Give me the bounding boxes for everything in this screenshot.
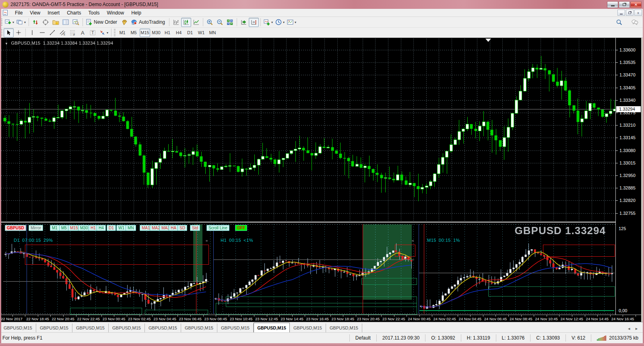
new-chart-button[interactable]: ▾ xyxy=(4,18,15,27)
metaeditor-button[interactable] xyxy=(120,18,130,27)
templates-menu-button[interactable]: ▾ xyxy=(286,18,297,27)
profiles-button[interactable]: ▾ xyxy=(15,18,27,27)
menu-help[interactable]: Help xyxy=(128,9,145,16)
period-m15-button[interactable]: M15 xyxy=(140,29,150,37)
period-d1-button[interactable]: D1 xyxy=(185,29,195,37)
tab-scroll-right-icon[interactable]: ► xyxy=(635,327,638,331)
zoom-out-button[interactable] xyxy=(215,18,225,27)
period-m5-button[interactable]: M5 xyxy=(128,29,139,37)
panel-button-mirror[interactable]: Mirror xyxy=(29,225,43,231)
period-h1-button[interactable]: H1 xyxy=(162,29,173,37)
periods-menu-button[interactable]: ▾ xyxy=(274,18,286,27)
panel-button-std[interactable]: Std xyxy=(190,225,200,231)
navigator-button[interactable] xyxy=(51,18,61,27)
chart-tab[interactable]: GBPUSD,M15 xyxy=(326,323,362,332)
dropdown-arrow-icon[interactable]: ▾ xyxy=(271,21,273,24)
horizontal-line-tool-button[interactable] xyxy=(37,28,47,37)
search-button[interactable] xyxy=(614,18,624,27)
indicators-list-button[interactable]: ▾ xyxy=(262,18,274,27)
panel-button-d1[interactable]: D1 xyxy=(107,225,116,231)
dropdown-arrow-icon[interactable]: ▾ xyxy=(107,31,108,35)
menu-view[interactable]: View xyxy=(26,9,44,16)
period-w1-button[interactable]: W1 xyxy=(196,29,206,37)
community-chat-button[interactable] xyxy=(630,18,640,27)
dropdown-arrow-icon[interactable]: ▾ xyxy=(283,21,285,24)
chart-shift-button[interactable] xyxy=(249,18,259,27)
candlestick-mode-button[interactable] xyxy=(181,18,191,27)
market-watch-button[interactable] xyxy=(31,18,41,27)
child-restore-button[interactable] xyxy=(626,10,634,16)
panel-button-sd[interactable]: SD xyxy=(178,225,187,231)
bar-chart-mode-button[interactable] xyxy=(171,18,181,27)
crosshair-tool-button[interactable] xyxy=(14,28,24,37)
period-mn-button[interactable]: MN xyxy=(207,29,218,37)
main-chart-canvas[interactable] xyxy=(1,39,615,222)
dropdown-arrow-icon[interactable]: ▾ xyxy=(295,21,296,24)
chart-tab[interactable]: GBPUSD,M15 xyxy=(36,323,72,332)
period-m1-button[interactable]: M1 xyxy=(117,29,128,37)
trendline-tool-button[interactable] xyxy=(47,28,58,37)
autoscroll-icon xyxy=(240,19,247,26)
chart-tab[interactable]: GBPUSD,M15 xyxy=(109,323,145,332)
close-button[interactable]: ✕ xyxy=(630,1,642,8)
line-chart-mode-button[interactable] xyxy=(191,18,201,27)
indicator-canvas[interactable] xyxy=(1,223,615,315)
window-splitter[interactable] xyxy=(0,222,641,222)
market-watch-icon xyxy=(32,19,39,26)
menu-window[interactable]: Window xyxy=(103,9,128,16)
strategy-tester-button[interactable] xyxy=(71,18,81,27)
time-label: 24 Nov 08:45 xyxy=(510,317,533,321)
minimize-button[interactable] xyxy=(607,1,618,8)
arrows-tool-button[interactable]: ▾ xyxy=(98,28,109,37)
panel-button-ha[interactable]: HA xyxy=(169,225,178,231)
panel-button-scroll-line[interactable]: Scroll Line xyxy=(206,225,229,231)
chart-tab[interactable]: GBPUSD,M15 xyxy=(72,323,109,332)
chart-tab[interactable]: GBPUSD,M15 xyxy=(290,323,326,332)
period-h4-button[interactable]: H4 xyxy=(173,29,184,37)
panel-button-m5[interactable]: M5 xyxy=(59,225,69,231)
auto-scroll-button[interactable] xyxy=(239,18,249,27)
chart-tab[interactable]: GBPUSD,M15 xyxy=(0,323,36,332)
chart-tab[interactable]: GBPUSD,M15 xyxy=(145,323,181,332)
chart-tab-active[interactable]: GBPUSD,M15 xyxy=(254,323,290,332)
cursor-tool-button[interactable] xyxy=(4,28,14,37)
tile-windows-button[interactable] xyxy=(225,18,235,27)
price-tick xyxy=(616,50,618,50)
tab-scroll-left-icon[interactable]: ◄ xyxy=(627,327,631,331)
chart-tab[interactable]: GBPUSD,M15 xyxy=(181,323,217,332)
connection-status: 20133/375 kb xyxy=(591,334,644,342)
menu-insert[interactable]: Insert xyxy=(44,9,63,16)
vertical-line-tool-button[interactable] xyxy=(27,28,37,37)
fibonacci-tool-button[interactable]: F xyxy=(68,28,78,37)
label-tool-button[interactable]: T xyxy=(88,28,98,37)
price-scale[interactable]: 1.336001.335351.334701.334051.333401.332… xyxy=(615,38,641,315)
child-window-controls: x xyxy=(617,10,644,16)
child-close-button[interactable]: x xyxy=(634,10,642,16)
panel-button-gbpusd[interactable]: GBPUSD xyxy=(5,225,26,231)
dropdown-arrow-icon[interactable]: ▾ xyxy=(12,21,14,24)
zoom-in-button[interactable] xyxy=(205,18,215,27)
menu-charts[interactable]: Charts xyxy=(63,9,85,16)
panel-button-m1[interactable]: M1 xyxy=(50,225,60,231)
panel-button-h4[interactable]: H4 xyxy=(97,225,106,231)
terminal-button[interactable] xyxy=(61,18,71,27)
child-minimize-button[interactable] xyxy=(617,10,625,16)
new-order-button[interactable]: New Order xyxy=(85,18,120,27)
menu-file[interactable]: File xyxy=(11,9,26,16)
autotrading-button[interactable]: AutoTrading xyxy=(130,18,167,27)
panel-button-w1[interactable]: W1 xyxy=(116,225,126,231)
panel-button-mn[interactable]: MN xyxy=(126,225,136,231)
period-m30-button[interactable]: M30 xyxy=(151,29,161,37)
channel-tool-button[interactable]: E xyxy=(58,28,68,37)
time-label: 23 Nov 02:45 xyxy=(128,317,151,321)
menu-tools[interactable]: Tools xyxy=(85,9,103,16)
restore-button[interactable] xyxy=(619,1,630,8)
panel-button-off[interactable]: OFF xyxy=(235,225,247,231)
new-order-icon xyxy=(86,19,93,26)
chart-tab[interactable]: GBPUSD,M15 xyxy=(217,323,254,332)
text-tool-button[interactable]: A xyxy=(78,28,88,37)
time-axis[interactable]: 22 Nov 201722 Nov 18:4522 Nov 20:4522 No… xyxy=(0,315,641,322)
data-window-button[interactable] xyxy=(41,18,51,27)
dropdown-arrow-icon[interactable]: ▾ xyxy=(24,21,26,24)
price-tick xyxy=(616,150,618,151)
